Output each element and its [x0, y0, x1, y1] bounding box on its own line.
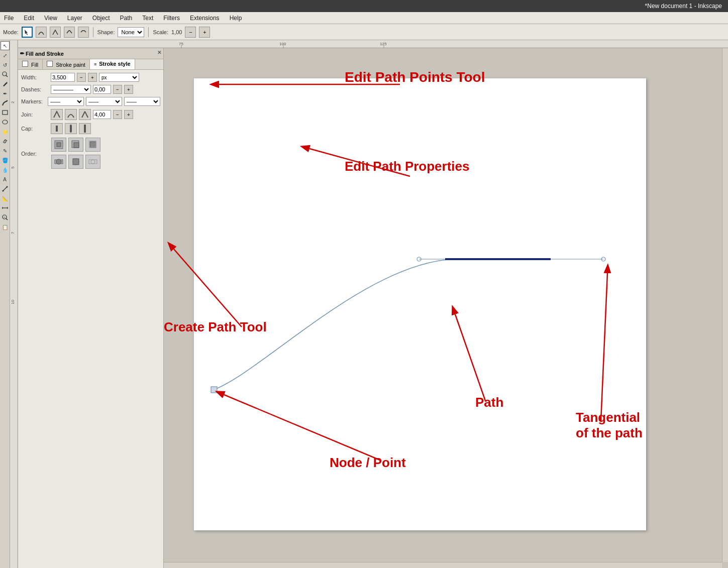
corner-btn[interactable]: [50, 27, 61, 38]
join-round-btn[interactable]: [65, 109, 77, 120]
join-dec-btn[interactable]: −: [113, 110, 122, 119]
order-btn-6[interactable]: [85, 155, 100, 169]
menu-extensions[interactable]: Extensions: [188, 14, 222, 23]
canvas[interactable]: Edit Path Points Tool Edit Path Properti…: [164, 48, 728, 568]
svg-text:5: 5: [11, 166, 15, 169]
dashes-dec-btn[interactable]: −: [113, 85, 122, 94]
tab-stroke-paint-label: Stroke paint: [56, 62, 85, 68]
cap-butt-btn[interactable]: [51, 123, 63, 134]
smooth-btn[interactable]: [64, 27, 75, 38]
fill-checkbox: [22, 61, 28, 67]
svg-text:75: 75: [179, 42, 183, 46]
toolbar: Mode: Shape: None Scale: 1,00 − +: [0, 24, 728, 40]
calligraphy-tool[interactable]: [1, 98, 10, 107]
menu-edit[interactable]: Edit: [22, 14, 36, 23]
join-inc-btn[interactable]: +: [124, 110, 133, 119]
panel-header: ✏ Fill and Stroke ✕: [18, 48, 163, 59]
selector-tool[interactable]: ↖: [1, 41, 10, 50]
width-label: Width:: [21, 74, 49, 80]
pen-tool[interactable]: [1, 79, 10, 88]
svg-point-39: [91, 160, 95, 164]
order-btn-4[interactable]: [51, 155, 66, 169]
tab-fill[interactable]: Fill: [18, 59, 43, 69]
join-miter-btn[interactable]: [51, 109, 63, 120]
scale-dec-btn[interactable]: −: [185, 27, 196, 38]
dashes-row: Dashes: ———— - - - - · · · · − +: [21, 85, 160, 94]
symmetric-btn[interactable]: [78, 27, 89, 38]
order-btn-2[interactable]: [68, 138, 83, 152]
menu-object[interactable]: Object: [90, 14, 112, 23]
width-unit-select[interactable]: px mm pt: [99, 73, 139, 82]
svg-line-16: [3, 187, 7, 191]
scale-inc-btn[interactable]: +: [199, 27, 210, 38]
markers-row: Markers: —— —— ——: [21, 97, 160, 106]
rect-tool[interactable]: [1, 108, 10, 117]
3d-box-tool[interactable]: [1, 137, 10, 146]
fill-tool[interactable]: 🪣: [1, 156, 10, 165]
width-inc-btn[interactable]: +: [88, 73, 97, 82]
menu-filters[interactable]: Filters: [161, 14, 182, 23]
panel-title: Fill and Stroke: [26, 51, 64, 57]
menu-file[interactable]: File: [2, 14, 16, 23]
scale-value: 1,00: [171, 29, 182, 35]
cap-row: Cap:: [21, 123, 160, 134]
shape-label: Shape:: [97, 29, 115, 35]
panel-close-btn[interactable]: ✕: [157, 50, 161, 55]
ellipse-tool[interactable]: [1, 118, 10, 127]
svg-text:100: 100: [279, 42, 286, 46]
markers-start-select[interactable]: ——: [48, 97, 84, 106]
cusp-btn[interactable]: [36, 27, 47, 38]
svg-rect-31: [74, 143, 79, 148]
measure-tool[interactable]: [1, 203, 10, 212]
dropper-tool[interactable]: 💧: [1, 165, 10, 174]
toolbar-separator-2: [148, 27, 149, 37]
dashes-offset-input[interactable]: [93, 85, 111, 94]
order-row: Order:: [21, 137, 160, 170]
order-row-2: [51, 154, 101, 169]
order-row-1: [51, 137, 101, 152]
shape-select[interactable]: None: [118, 27, 144, 37]
gradient-tool[interactable]: 📐: [1, 194, 10, 203]
svg-point-18: [6, 186, 8, 188]
star-tool[interactable]: ⭐: [1, 127, 10, 136]
order-btn-1[interactable]: [51, 138, 66, 152]
order-btn-5[interactable]: [68, 155, 83, 169]
tab-stroke-paint[interactable]: Stroke paint: [43, 59, 90, 69]
svg-point-35: [56, 159, 61, 164]
width-input[interactable]: [51, 73, 75, 82]
menu-view[interactable]: View: [42, 14, 59, 23]
svg-text:7: 7: [11, 232, 15, 234]
tab-stroke-style[interactable]: ≡ Stroke style: [90, 59, 135, 69]
cap-square-btn[interactable]: [79, 123, 91, 134]
menu-path[interactable]: Path: [118, 14, 135, 23]
text-tool[interactable]: A: [1, 175, 10, 184]
pencil-tool[interactable]: ✒: [1, 89, 10, 98]
scrollbar-right[interactable]: [722, 48, 728, 562]
svg-rect-32: [90, 142, 96, 148]
connector-tool[interactable]: [1, 184, 10, 193]
tweak-tool[interactable]: ↺: [1, 60, 10, 69]
document-properties-tool[interactable]: 📋: [1, 222, 10, 232]
zoom-view-tool[interactable]: +: [1, 213, 10, 222]
cap-label: Cap:: [21, 126, 49, 132]
svg-text:+: +: [4, 215, 6, 218]
join-limit-input[interactable]: [93, 110, 111, 119]
scale-label: Scale:: [153, 29, 168, 35]
menu-layer[interactable]: Layer: [65, 14, 84, 23]
zoom-tool[interactable]: [1, 70, 10, 79]
markers-end-select[interactable]: ——: [124, 97, 160, 106]
dashes-select[interactable]: ———— - - - - · · · ·: [51, 85, 91, 94]
width-dec-btn[interactable]: −: [77, 73, 86, 82]
panel-content: Width: − + px mm pt Dashes: ———— - - - -…: [18, 70, 163, 176]
order-btn-3[interactable]: [85, 138, 100, 152]
cap-round-btn[interactable]: [65, 123, 77, 134]
svg-rect-14: [3, 110, 8, 115]
markers-mid-select[interactable]: ——: [86, 97, 122, 106]
join-bevel-btn[interactable]: [79, 109, 91, 120]
menu-help[interactable]: Help: [228, 14, 244, 23]
dashes-inc-btn[interactable]: +: [124, 85, 133, 94]
spray-tool[interactable]: ✎: [1, 146, 10, 155]
node-tool-btn[interactable]: [22, 27, 33, 38]
node-edit-tool[interactable]: ⤢: [1, 51, 10, 60]
menu-text[interactable]: Text: [140, 14, 155, 23]
